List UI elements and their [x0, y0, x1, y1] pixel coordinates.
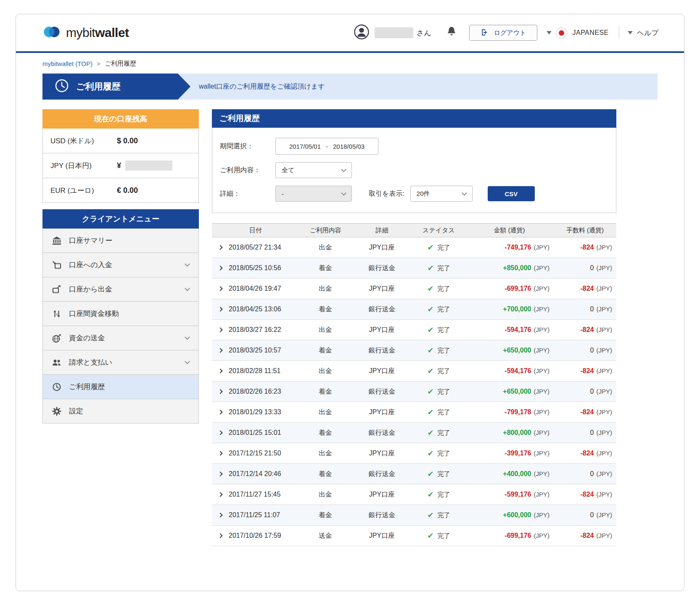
- table-row[interactable]: 2018/02/26 16:23 着金 銀行送金 ✔ 完了 +650,000(J…: [212, 381, 616, 402]
- table-header-row: 日付 ご利用内容 詳細 ステイタス 金額 (通貨) 手数料 (通貨): [212, 224, 616, 237]
- expand-row-icon[interactable]: [218, 471, 222, 476]
- row-date: 2018/05/27 21:34: [229, 244, 281, 251]
- expand-row-icon[interactable]: [218, 513, 222, 517]
- sidebar-item-settings[interactable]: 設定: [42, 399, 199, 424]
- sidebar-item-label: 口座から出金: [69, 284, 112, 294]
- expand-row-icon[interactable]: [218, 307, 222, 311]
- display-count-value: 20件: [417, 190, 430, 198]
- fee-value: -824: [580, 244, 594, 251]
- notifications-bell-icon[interactable]: [446, 26, 457, 40]
- history-panel-title: ご利用履歴: [212, 109, 616, 128]
- fee-currency: (JPY): [597, 532, 613, 539]
- row-status: 完了: [438, 491, 450, 499]
- breadcrumb-home-link[interactable]: mybitwallet (TOP): [42, 60, 92, 67]
- sidebar-item-history[interactable]: ご利用履歴: [42, 375, 199, 399]
- table-row[interactable]: 2017/12/14 20:46 着金 銀行送金 ✔ 完了 +400,000(J…: [212, 464, 616, 484]
- table-row[interactable]: 2018/01/25 15:01 着金 銀行送金 ✔ 完了 +800,000(J…: [212, 423, 616, 443]
- table-row[interactable]: 2018/04/25 13:06 着金 銀行送金 ✔ 完了 +700,000(J…: [212, 299, 616, 320]
- japan-flag-icon[interactable]: [556, 27, 567, 39]
- row-detail: 銀行送金: [351, 258, 412, 279]
- table-row[interactable]: 2018/05/25 10:56 着金 銀行送金 ✔ 完了 +850,000(J…: [212, 258, 616, 279]
- table-row[interactable]: 2018/03/27 16:22 出金 JPY口座 ✔ 完了 -594,176(…: [212, 320, 616, 340]
- detail-label: 詳細：: [220, 189, 275, 198]
- amount-value: +600,000: [503, 511, 531, 518]
- table-row[interactable]: 2017/10/26 17:59 送金 JPY口座 ✔ 完了 -699,176(…: [212, 526, 616, 546]
- fee-currency: (JPY): [597, 450, 613, 457]
- expand-row-icon[interactable]: [218, 368, 222, 373]
- row-type: 出金: [299, 320, 351, 340]
- detail-select[interactable]: -: [275, 186, 352, 202]
- expand-row-icon[interactable]: [218, 430, 222, 435]
- table-row[interactable]: 2017/11/25 11:07 着金 銀行送金 ✔ 完了 +600,000(J…: [212, 505, 616, 526]
- sidebar-item-transfer[interactable]: s 口座間資金移動: [42, 302, 199, 326]
- sidebar-item-withdraw[interactable]: 口座から出金: [42, 277, 199, 302]
- row-date: 2017/11/27 15:45: [229, 491, 280, 498]
- expand-row-icon[interactable]: [218, 451, 222, 455]
- help-link[interactable]: ヘルプ: [637, 28, 659, 38]
- chevron-down-icon: [341, 190, 346, 196]
- table-row[interactable]: 2017/11/27 15:45 出金 JPY口座 ✔ 完了 -599,176(…: [212, 484, 616, 505]
- fee-currency: (JPY): [597, 491, 613, 498]
- table-row[interactable]: 2018/05/27 21:34 出金 JPY口座 ✔ 完了 -749,176(…: [212, 237, 616, 258]
- expand-row-icon[interactable]: [218, 410, 222, 414]
- status-check-icon: ✔: [427, 510, 433, 520]
- table-row[interactable]: 2018/04/26 19:47 出金 JPY口座 ✔ 完了 -699,176(…: [212, 279, 616, 299]
- display-count-select[interactable]: 20件: [410, 186, 473, 202]
- row-status: 完了: [438, 470, 450, 478]
- fee-value: 0: [590, 429, 594, 436]
- row-date: 2018/01/25 15:01: [229, 429, 281, 437]
- expand-row-icon[interactable]: [218, 327, 222, 332]
- expand-row-icon[interactable]: [218, 492, 222, 497]
- csv-export-button[interactable]: CSV: [488, 186, 535, 201]
- row-date: 2017/12/14 20:46: [229, 470, 281, 478]
- filter-row-detail: 詳細： - 取引を表示: 20件 CSV: [220, 186, 608, 202]
- page-title: ご利用履歴: [76, 81, 121, 92]
- expand-row-icon[interactable]: [218, 348, 222, 352]
- sidebar-item-billing[interactable]: 請求と支払い: [42, 350, 199, 375]
- balance-amount: € 0.00: [117, 186, 138, 195]
- date-separator: -: [326, 143, 328, 150]
- logout-button[interactable]: ログアウト: [469, 25, 538, 41]
- amount-currency: (JPY): [534, 347, 550, 354]
- table-row[interactable]: 2017/12/15 21:50 出金 JPY口座 ✔ 完了 -399,176(…: [212, 443, 616, 464]
- expand-row-icon[interactable]: [218, 266, 222, 270]
- expand-row-icon[interactable]: [218, 389, 222, 394]
- display-count-label: 取引を表示:: [369, 189, 404, 198]
- row-detail: 銀行送金: [351, 464, 412, 484]
- filter-panel: 期間選択： 2017/05/01 - 2018/05/03 ご利用内容： 全て: [212, 128, 616, 213]
- table-row[interactable]: 2018/03/25 10:57 着金 銀行送金 ✔ 完了 +650,000(J…: [212, 340, 616, 361]
- page-banner: ご利用履歴 wallet口座のご利用履歴をご確認頂けます: [42, 74, 658, 100]
- fee-currency: (JPY): [597, 388, 613, 395]
- jpy-balance-redacted: [125, 160, 172, 171]
- client-menu-header: クライアントメニュー: [42, 209, 199, 229]
- expand-row-icon[interactable]: [218, 286, 222, 291]
- billing-icon: [50, 357, 63, 368]
- amount-currency: (JPY): [534, 491, 550, 498]
- settings-icon: [50, 405, 63, 417]
- sidebar-item-send-funds[interactable]: 資金の送金: [42, 326, 199, 350]
- usage-select[interactable]: 全て: [275, 162, 352, 178]
- expand-row-icon[interactable]: [218, 533, 222, 538]
- sidebar-item-account-summary[interactable]: 口座サマリー: [42, 229, 199, 253]
- deposit-icon: [50, 259, 63, 271]
- chevron-down-icon: [185, 359, 190, 364]
- sidebar: 現在の口座残高 USD (米ドル) $ 0.00 JPY (日本円) ¥ EUR…: [42, 109, 199, 424]
- table-row[interactable]: 2018/02/28 11:51 出金 JPY口座 ✔ 完了 -594,176(…: [212, 361, 616, 381]
- history-icon: [50, 381, 63, 393]
- language-dropdown-caret-icon[interactable]: [547, 31, 552, 34]
- table-row[interactable]: 2018/01/29 13:33 出金 JPY口座 ✔ 完了 -799,178(…: [212, 402, 616, 423]
- fee-currency: (JPY): [597, 511, 613, 518]
- expand-row-icon[interactable]: [218, 245, 222, 250]
- fee-currency: (JPY): [597, 367, 613, 374]
- language-selector[interactable]: JAPANESE: [572, 29, 608, 37]
- date-range-input[interactable]: 2017/05/01 - 2018/05/03: [275, 138, 378, 155]
- row-date: 2018/03/25 10:57: [229, 347, 281, 354]
- mybitwallet-logo[interactable]: mybitwallet: [42, 24, 129, 42]
- fee-currency: (JPY): [597, 429, 613, 436]
- row-date: 2017/11/25 11:07: [229, 511, 280, 519]
- sidebar-item-deposit[interactable]: 口座への入金: [42, 253, 199, 277]
- amount-value: -699,176: [505, 532, 531, 539]
- help-dropdown-caret-icon[interactable]: [628, 31, 633, 34]
- balance-amount: $ 0.00: [117, 137, 138, 145]
- status-check-icon: ✔: [427, 366, 433, 376]
